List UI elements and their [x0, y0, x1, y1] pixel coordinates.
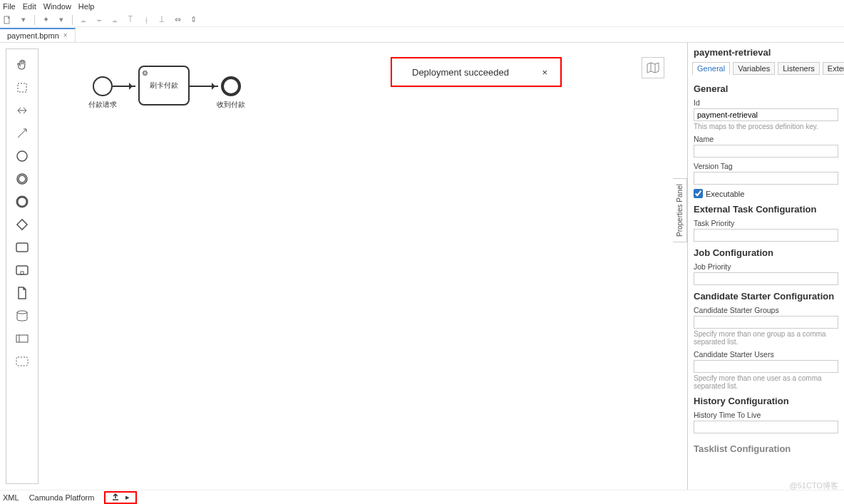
align-bottom-icon[interactable]: ⟘ — [157, 15, 167, 25]
cand-users-label: Candidate Starter Users — [694, 350, 838, 359]
dropdown-icon[interactable]: ▾ — [19, 15, 29, 25]
svg-rect-6 — [17, 220, 27, 230]
align-right-icon[interactable]: ⫠ — [110, 15, 120, 25]
tab-label: payment.bpmn — [7, 31, 59, 40]
watermark: @51CTO博客 — [790, 480, 838, 491]
cand-groups-label: Candidate Starter Groups — [694, 306, 838, 314]
deploy-icon[interactable] — [111, 493, 120, 503]
gateway-icon[interactable] — [11, 215, 33, 235]
align-top-icon[interactable]: ⟙ — [125, 15, 135, 25]
cand-groups-hint: Specify more than one group as a comma s… — [694, 330, 838, 346]
svg-point-4 — [19, 175, 26, 182]
executable-row: Executable — [694, 189, 838, 198]
id-field[interactable] — [694, 108, 838, 121]
close-icon[interactable]: × — [542, 67, 547, 78]
align-middle-icon[interactable]: ⟊ — [141, 15, 151, 25]
task-priority-field[interactable] — [694, 229, 838, 242]
section-job: Job Configuration — [694, 247, 838, 258]
separator — [72, 15, 73, 25]
align-left-icon[interactable]: ⫠ — [78, 15, 88, 25]
group-icon[interactable] — [11, 351, 33, 371]
new-file-icon[interactable] — [3, 15, 13, 25]
magic-icon[interactable]: ✦ — [41, 15, 51, 25]
version-label: Version Tag — [694, 162, 838, 170]
tool-palette — [6, 48, 38, 484]
hand-tool-icon[interactable] — [11, 55, 33, 75]
deployment-toast: Deployment succeeded × — [391, 57, 562, 87]
run-icon[interactable]: ▸ — [125, 493, 130, 502]
svg-point-10 — [17, 311, 27, 314]
lasso-tool-icon[interactable] — [11, 78, 33, 98]
svg-point-2 — [17, 151, 27, 161]
map-icon — [647, 62, 659, 73]
job-priority-field[interactable] — [694, 272, 838, 285]
name-label: Name — [694, 135, 838, 143]
history-ttl-label: History Time To Live — [694, 411, 838, 419]
close-icon[interactable]: × — [63, 31, 68, 39]
toolbar: ▾ ✦ ▾ ⫠ ⫟ ⫠ ⟙ ⟊ ⟘ ⇔ ⇕ — [0, 13, 844, 27]
distribute-v-icon[interactable]: ⇕ — [188, 15, 198, 25]
menubar: File Edit Window Help — [0, 0, 844, 13]
executable-checkbox[interactable] — [694, 189, 703, 198]
id-hint: This maps to the process definition key. — [694, 123, 838, 130]
subprocess-icon[interactable] — [11, 260, 33, 280]
intermediate-event-icon[interactable] — [11, 169, 33, 189]
svg-rect-7 — [16, 243, 28, 252]
main-area: 付款请求 ⚙ 刷卡付款 收到付款 payment-retrieval Gener… — [0, 43, 844, 490]
section-external-task: External Task Configuration — [694, 204, 838, 215]
svg-rect-8 — [16, 266, 28, 274]
end-event[interactable] — [221, 76, 241, 96]
props-tabs: General Variables Listeners Extensions — [688, 62, 844, 78]
pool-icon[interactable] — [11, 329, 33, 349]
file-tab[interactable]: payment.bpmn × — [0, 28, 76, 42]
space-tool-icon[interactable] — [11, 101, 33, 120]
history-ttl-field[interactable] — [694, 421, 838, 433]
end-event-label: 收到付款 — [217, 100, 245, 110]
cand-users-hint: Specify more than one user as a comma se… — [694, 374, 838, 390]
section-candidate: Candidate Starter Configuration — [694, 291, 838, 302]
distribute-h-icon[interactable]: ⇔ — [173, 15, 182, 25]
job-priority-label: Job Priority — [694, 262, 838, 271]
platform-tab[interactable]: Camunda Platform — [29, 493, 95, 502]
task-label: 刷卡付款 — [150, 81, 178, 91]
id-label: Id — [694, 98, 838, 107]
start-event-icon[interactable] — [11, 146, 33, 166]
tab-extensions[interactable]: Extensions — [823, 62, 844, 75]
start-event[interactable] — [93, 76, 113, 96]
xml-tab[interactable]: XML — [3, 493, 19, 502]
props-body: General Id This maps to the process defi… — [688, 78, 844, 464]
minimap-toggle[interactable] — [642, 57, 664, 78]
sequence-flow[interactable] — [190, 86, 218, 87]
canvas[interactable]: 付款请求 ⚙ 刷卡付款 收到付款 — [38, 43, 687, 490]
menu-file[interactable]: File — [3, 2, 16, 11]
footer: XML Camunda Platform ▸ — [0, 490, 844, 504]
align-center-icon[interactable]: ⫟ — [94, 15, 104, 25]
tab-variables[interactable]: Variables — [733, 62, 775, 75]
separator — [34, 15, 35, 25]
menu-help[interactable]: Help — [78, 2, 95, 11]
service-task[interactable]: ⚙ 刷卡付款 — [138, 66, 190, 106]
tab-listeners[interactable]: Listeners — [778, 62, 820, 75]
start-event-label: 付款请求 — [88, 100, 117, 110]
props-toggle[interactable]: Properties Panel — [673, 178, 687, 242]
version-field[interactable] — [694, 172, 838, 185]
dropdown-icon[interactable]: ▾ — [56, 15, 66, 25]
cand-groups-field[interactable] — [694, 316, 838, 329]
svg-rect-1 — [18, 83, 26, 92]
menu-window[interactable]: Window — [43, 2, 71, 11]
data-store-icon[interactable] — [11, 306, 33, 326]
end-event-icon[interactable] — [11, 192, 33, 212]
name-field[interactable] — [694, 145, 838, 158]
cand-users-field[interactable] — [694, 360, 838, 373]
section-tasklist: Tasklist Configuration — [694, 443, 838, 454]
svg-point-5 — [17, 197, 27, 207]
tab-general[interactable]: General — [692, 62, 730, 75]
properties-panel: payment-retrieval General Variables List… — [687, 43, 844, 490]
executable-label: Executable — [706, 190, 744, 198]
task-icon[interactable] — [11, 237, 33, 257]
sequence-flow[interactable] — [113, 86, 135, 87]
menu-edit[interactable]: Edit — [23, 2, 36, 11]
deploy-controls: ▸ — [104, 491, 137, 504]
connect-tool-icon[interactable] — [11, 123, 33, 143]
data-object-icon[interactable] — [11, 283, 33, 303]
